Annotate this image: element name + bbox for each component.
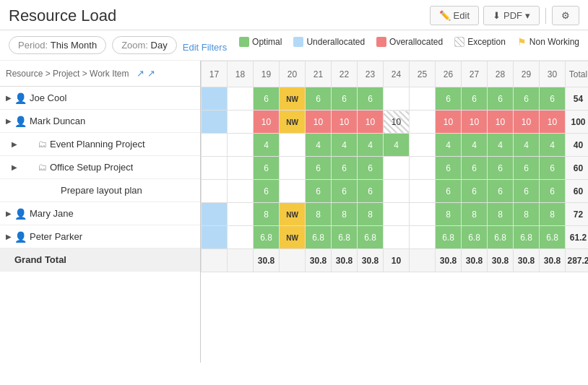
left-row-mark-duncan[interactable]: ▶👤Mark Duncan: [0, 110, 200, 133]
legend-exception: Exception: [454, 37, 506, 47]
cell-office-setup-17: [202, 157, 228, 180]
cell-grand-total-28: 30.8: [488, 249, 514, 272]
row-name-event-planning: Event Planning Project: [50, 139, 145, 150]
cell-joe-cool-28: 6: [488, 87, 514, 111]
zoom-pill[interactable]: Zoom: Day: [112, 36, 177, 54]
legend-exception-box: [454, 37, 464, 47]
toggle-mark-duncan[interactable]: ▶: [3, 116, 14, 127]
cell-mark-duncan-19: 10: [254, 111, 280, 134]
cell-joe-cool-19: 6: [254, 87, 280, 111]
left-row-peter-parker[interactable]: ▶👤Peter Parker: [0, 225, 200, 248]
cell-event-planning-29: 4: [514, 134, 540, 157]
col-header-25: 25: [410, 61, 436, 87]
left-row-mary-jane[interactable]: ▶👤Mary Jane: [0, 202, 200, 225]
cell-prepare-layout-29: 6: [514, 180, 540, 203]
left-row-prepare-layout: Prepare layout plan: [0, 179, 200, 202]
cell-joe-cool-24: [384, 87, 410, 111]
cell-office-setup-21: 6: [306, 157, 332, 180]
col-header-29: 29: [514, 61, 540, 87]
cell-peter-parker-24: [384, 226, 410, 249]
more-button[interactable]: ⚙: [552, 6, 579, 25]
edit-icon: ✏️: [439, 10, 451, 21]
cell-grand-total-21: 30.8: [306, 249, 332, 272]
cell-mary-jane-19: 8: [254, 203, 280, 226]
col-header-30: 30: [540, 61, 566, 87]
cell-mark-duncan-18: [228, 111, 254, 134]
cell-peter-parker-17: [202, 226, 228, 249]
cell-prepare-layout-19: 6: [254, 180, 280, 203]
cell-prepare-layout-21: 6: [306, 180, 332, 203]
cell-mary-jane-26: 8: [436, 203, 462, 226]
cell-mary-jane-21: 8: [306, 203, 332, 226]
col-header-Total: Total: [566, 61, 589, 87]
toggle-office-setup[interactable]: ▶: [9, 162, 20, 173]
left-row-office-setup[interactable]: ▶🗂Office Setup Project: [0, 156, 200, 179]
left-row-event-planning[interactable]: ▶🗂Event Planning Project: [0, 133, 200, 156]
col-header-27: 27: [462, 61, 488, 87]
left-row-joe-cool[interactable]: ▶👤Joe Cool: [0, 87, 200, 110]
cell-joe-cool-22: 6: [332, 87, 358, 111]
breadcrumb: Resource > Project > Work Item: [6, 69, 129, 79]
left-panel-header: Resource > Project > Work Item ↗ ↗: [0, 61, 200, 87]
row-name-office-setup: Office Setup Project: [50, 162, 133, 173]
cell-peter-parker-20: NW: [280, 226, 306, 249]
cell-mark-duncan-30: 10: [540, 111, 566, 134]
expand-icons[interactable]: ↗ ↗: [137, 68, 155, 79]
cell-mary-jane-18: [228, 203, 254, 226]
cell-mark-duncan-24: 10: [384, 111, 410, 134]
project-icon: 🗂: [38, 139, 47, 150]
expand-arrows-icon[interactable]: ↗: [137, 68, 144, 79]
cell-office-setup-20: [280, 157, 306, 180]
grid-row-event-planning: 444444444440: [202, 134, 589, 157]
cell-peter-parker-30: 6.8: [540, 226, 566, 249]
cell-prepare-layout-22: 6: [332, 180, 358, 203]
cell-grand-total-24: 10: [384, 249, 410, 272]
total-peter-parker: 61.2: [566, 226, 589, 249]
right-panel[interactable]: 1718192021222324252627282930Total6NW6666…: [201, 61, 588, 363]
cell-mark-duncan-17: [202, 111, 228, 134]
cell-grand-total-18: [228, 249, 254, 272]
toggle-joe-cool[interactable]: ▶: [3, 92, 14, 104]
toggle-mary-jane[interactable]: ▶: [3, 208, 14, 220]
cell-office-setup-27: 6: [462, 157, 488, 180]
row-name-prepare-layout: Prepare layout plan: [61, 185, 142, 196]
nonworking-icon: ⚑: [517, 36, 527, 48]
cell-mary-jane-28: 8: [488, 203, 514, 226]
cell-mark-duncan-26: 10: [436, 111, 462, 134]
pdf-button[interactable]: ⬇ PDF ▾: [483, 6, 540, 25]
col-header-26: 26: [436, 61, 462, 87]
header: Resource Load ✏️ Edit ⬇ PDF ▾ ⚙: [0, 0, 588, 30]
edit-filters-link[interactable]: Edit Filters: [183, 42, 227, 53]
col-header-28: 28: [488, 61, 514, 87]
cell-mary-jane-25: [410, 203, 436, 226]
cell-prepare-layout-26: 6: [436, 180, 462, 203]
header-actions: ✏️ Edit ⬇ PDF ▾ ⚙: [430, 6, 579, 25]
cell-grand-total-22: 30.8: [332, 249, 358, 272]
cell-peter-parker-23: 6.8: [358, 226, 384, 249]
total-joe-cool: 54: [566, 87, 589, 111]
cell-peter-parker-26: 6.8: [436, 226, 462, 249]
toggle-event-planning[interactable]: ▶: [9, 139, 20, 150]
legend-optimal-box: [239, 37, 249, 47]
person-icon: 👤: [14, 231, 27, 243]
edit-button[interactable]: ✏️ Edit: [430, 6, 479, 25]
cell-joe-cool-29: 6: [514, 87, 540, 111]
cell-grand-total-19: 30.8: [254, 249, 280, 272]
cell-peter-parker-27: 6.8: [462, 226, 488, 249]
toggle-peter-parker[interactable]: ▶: [3, 231, 14, 243]
cell-joe-cool-26: 6: [436, 87, 462, 111]
left-rows: ▶👤Joe Cool▶👤Mark Duncan▶🗂Event Planning …: [0, 87, 200, 363]
cell-peter-parker-29: 6.8: [514, 226, 540, 249]
col-header-22: 22: [332, 61, 358, 87]
cell-joe-cool-27: 6: [462, 87, 488, 111]
expand-diagonal-icon[interactable]: ↗: [147, 68, 155, 79]
cell-event-planning-30: 4: [540, 134, 566, 157]
cell-grand-total-25: [410, 249, 436, 272]
cell-grand-total-29: 30.8: [514, 249, 540, 272]
header-divider: [545, 8, 546, 24]
period-pill[interactable]: Period: This Month: [9, 36, 106, 54]
grid-row-joe-cool: 6NW6666666654: [202, 87, 589, 111]
cell-office-setup-26: 6: [436, 157, 462, 180]
cell-grand-total-26: 30.8: [436, 249, 462, 272]
project-icon: 🗂: [38, 162, 47, 173]
